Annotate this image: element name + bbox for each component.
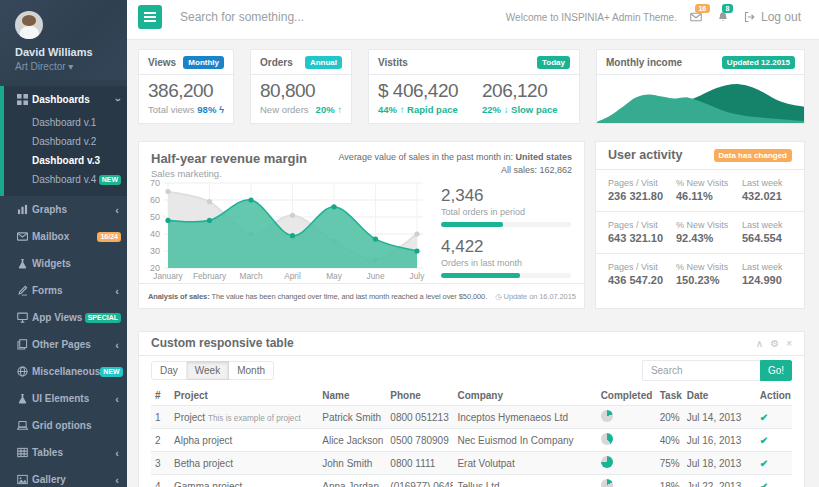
- globe-icon: [17, 366, 32, 377]
- search-input[interactable]: [180, 10, 400, 24]
- orders-month-value: 4,422: [441, 237, 571, 257]
- sidebar-item-dashboards[interactable]: Dashboards‹: [4, 86, 127, 113]
- bar-chart-icon: [17, 204, 32, 215]
- table-row[interactable]: 4Gamma projectAnna Jordan(016977) 0648Te…: [151, 475, 792, 487]
- notifications-button[interactable]: 8: [717, 11, 729, 23]
- grid-icon: [17, 94, 32, 105]
- main-content: ViewsMonthly 386,200 Total views98% ϟ Or…: [127, 41, 819, 487]
- sidebar-item-miscellaneous[interactable]: MiscellaneousNEW: [0, 358, 127, 385]
- close-icon[interactable]: ×: [786, 338, 792, 349]
- sidebar-item-mailbox[interactable]: Mailbox16/24: [0, 223, 127, 250]
- menu-toggle-button[interactable]: [138, 5, 162, 29]
- welcome-text: Welcome to INSPINIA+ Admin Theme.: [506, 12, 677, 23]
- range-filter-group: DayWeekMonth: [151, 361, 274, 380]
- user-role[interactable]: Art Director ▾: [15, 61, 127, 72]
- table-search-input[interactable]: [642, 360, 760, 381]
- check-icon: ✔: [760, 481, 768, 487]
- go-button[interactable]: Go!: [760, 360, 792, 381]
- svg-text:July: July: [410, 271, 426, 281]
- orders-delta: 20% ↑: [316, 104, 342, 115]
- level-up-icon: ↑: [337, 104, 342, 115]
- dashboard-page: David Williams Art Director ▾ Dashboards…: [0, 0, 819, 487]
- messages-button[interactable]: 16: [690, 11, 702, 23]
- orders-period-progress: [441, 222, 571, 227]
- filter-button-day[interactable]: Day: [151, 361, 187, 380]
- orders-month-progress: [441, 273, 571, 278]
- sidebar-item-dashboard-v-3[interactable]: Dashboard v.3: [4, 151, 127, 170]
- data-changed-badge: Data has changed: [714, 149, 792, 162]
- sidebar-item-gallery[interactable]: Gallery‹: [0, 466, 127, 487]
- user-activity-panel: User activity Data has changed Pages / V…: [595, 141, 805, 309]
- revenue-area-chart: 203040506070JanuaryFebruaryMarchAprilMay…: [145, 178, 445, 282]
- monthly-income-card: Monthly incomeUpdated 12.2015: [596, 49, 805, 124]
- wrench-icon[interactable]: ⚙: [770, 338, 779, 349]
- files-icon: [17, 339, 32, 350]
- sidebar-item-other-pages[interactable]: Other Pages‹: [0, 331, 127, 358]
- sidebar-item-tables[interactable]: Tables‹: [0, 439, 127, 466]
- level-down-icon: ↓: [504, 104, 509, 115]
- filter-button-month[interactable]: Month: [229, 361, 274, 380]
- column-header-action: Action: [756, 387, 792, 406]
- chevron-down-icon: ‹: [111, 98, 123, 102]
- orders-period-value: 2,346: [441, 186, 571, 206]
- visits-col-1: $ 406,420 44% ↑ Rapid pace: [378, 80, 458, 115]
- svg-text:50: 50: [150, 212, 160, 222]
- column-header-completed: Completed: [597, 387, 656, 406]
- svg-text:70: 70: [150, 178, 160, 188]
- envelope-icon: [17, 231, 32, 242]
- sidebar: David Williams Art Director ▾ Dashboards…: [0, 0, 127, 487]
- column-header-task: Task: [656, 387, 683, 406]
- sidebar-item-graphs[interactable]: Graphs‹: [0, 196, 127, 223]
- filter-button-week[interactable]: Week: [187, 361, 229, 380]
- table-row[interactable]: 1Project This is example of projectPatri…: [151, 406, 792, 429]
- chevron-left-icon: ‹: [115, 285, 119, 297]
- chevron-left-icon: ‹: [115, 393, 119, 405]
- completed-pie-icon: [601, 479, 613, 487]
- user-name: David Williams: [15, 46, 127, 58]
- column-header-name: Name: [318, 387, 386, 406]
- check-icon: ✔: [760, 458, 768, 469]
- views-label: Total views: [148, 104, 194, 115]
- updated-badge: Updated 12.2015: [722, 56, 795, 69]
- sidebar-item-app-views[interactable]: App ViewsSPECIAL: [0, 304, 127, 331]
- flask-icon: [17, 258, 32, 269]
- clock-icon: ◷: [495, 292, 501, 301]
- svg-text:May: May: [326, 271, 343, 281]
- activity-row: Pages / Visit236 321.80 % New Visits46.1…: [596, 170, 804, 212]
- income-area-chart: [597, 75, 804, 123]
- sidebar-item-dashboard-v-1[interactable]: Dashboard v.1: [4, 113, 127, 132]
- top-navbar: Welcome to INSPINIA+ Admin Theme. 16 8 L…: [127, 0, 819, 40]
- sidebar-item-dashboard-v-2[interactable]: Dashboard v.2: [4, 132, 127, 151]
- sidebar-item-dashboard-v-4[interactable]: Dashboard v.4NEW: [4, 170, 127, 189]
- svg-text:April: April: [284, 271, 301, 281]
- sidebar-item-ui-elements[interactable]: UI Elements‹: [0, 385, 127, 412]
- sidebar-item-grid-options[interactable]: Grid options: [0, 412, 127, 439]
- card-title: Vistits: [378, 57, 408, 68]
- panel-title: User activity: [608, 148, 682, 162]
- sidebar-item-widgets[interactable]: Widgets: [0, 250, 127, 277]
- collapse-icon[interactable]: ∧: [756, 338, 763, 349]
- chevron-left-icon: ‹: [115, 447, 119, 459]
- check-icon: ✔: [760, 435, 768, 446]
- side-menu: Dashboards‹Dashboard v.1Dashboard v.2Das…: [0, 86, 127, 487]
- avatar[interactable]: [15, 11, 43, 39]
- sidebar-item-forms[interactable]: Forms‹: [0, 277, 127, 304]
- update-text: ◷ Update on 16.07.2015: [495, 292, 576, 301]
- table-row[interactable]: 3Betha projectJohn Smith0800 1111Erat Vo…: [151, 452, 792, 475]
- monthly-badge: Monthly: [183, 56, 224, 69]
- logout-button[interactable]: Log out: [744, 10, 801, 24]
- panel-title: Half-year revenue margin: [151, 151, 307, 166]
- flask-icon: [17, 393, 32, 404]
- chevron-left-icon: ‹: [115, 339, 119, 351]
- column-header-phone: Phone: [386, 387, 453, 406]
- svg-text:June: June: [367, 271, 385, 281]
- visits-col-2: 206,120 22% ↓ Slow pace: [482, 80, 558, 115]
- orders-label: New orders: [260, 104, 309, 115]
- check-icon: ✔: [760, 412, 768, 423]
- table-row[interactable]: 2Alpha projectAlice Jackson0500 780909Ne…: [151, 429, 792, 452]
- orders-month-label: Orders in last month: [441, 258, 571, 268]
- svg-text:March: March: [239, 271, 262, 281]
- image-icon: [17, 474, 32, 485]
- annual-badge: Annual: [305, 56, 342, 69]
- svg-text:30: 30: [150, 246, 160, 256]
